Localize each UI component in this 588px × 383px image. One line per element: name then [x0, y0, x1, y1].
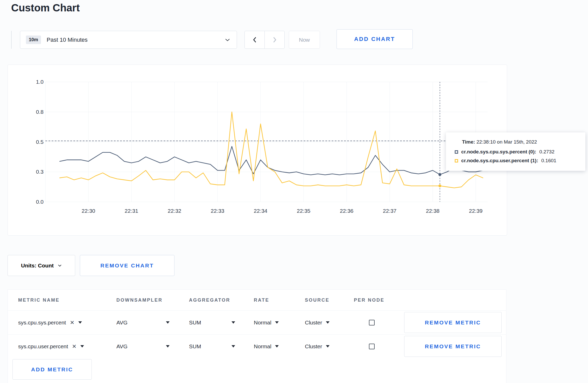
series-user-swatch-icon	[455, 159, 458, 162]
tooltip-series-value: 0.2732	[539, 149, 554, 155]
source-select[interactable]: Cluster	[305, 343, 354, 350]
header-per-node: PER NODE	[354, 297, 404, 303]
page-title: Custom Chart	[11, 2, 80, 14]
caret-down-icon	[166, 345, 170, 347]
time-range-selector[interactable]: 10m Past 10 Minutes	[20, 31, 237, 49]
tooltip-time: Time: 22:38:10 on Mar 15th, 2022	[455, 139, 578, 145]
caret-down-icon	[275, 321, 279, 324]
remove-metric-button[interactable]: REMOVE METRIC	[404, 312, 502, 333]
toolbar-divider	[11, 31, 12, 49]
time-range-label: Past 10 Minutes	[47, 37, 219, 43]
caret-down-icon	[80, 345, 84, 347]
aggregator-select[interactable]: SUM	[189, 343, 235, 350]
aggregator-select[interactable]: SUM	[189, 320, 235, 326]
svg-text:22:36: 22:36	[340, 208, 354, 214]
chart-tooltip: Time: 22:38:10 on Mar 15th, 2022 cr.node…	[446, 132, 585, 171]
downsampler-select[interactable]: AVG	[116, 320, 170, 326]
downsampler-value: AVG	[116, 320, 128, 326]
rate-value: Normal	[254, 343, 271, 350]
remove-metric-button[interactable]: REMOVE METRIC	[404, 336, 502, 357]
svg-text:22:37: 22:37	[383, 208, 397, 214]
caret-down-icon	[326, 321, 330, 324]
previous-time-button[interactable]	[244, 31, 265, 49]
tooltip-series-row: cr.node.sys.cpu.sys.percent (0): 0.2732	[455, 149, 578, 155]
svg-text:22:39: 22:39	[469, 208, 483, 214]
rate-select[interactable]: Normal	[254, 343, 305, 350]
units-select-label: Units: Count	[21, 263, 54, 269]
header-aggregator: AGGREGATOR	[189, 297, 254, 303]
table-row: sys.cpu.sys.percent ✕ AVG SUM Normal Clu…	[8, 310, 506, 334]
clear-metric-icon[interactable]: ✕	[72, 343, 77, 350]
next-time-button[interactable]	[264, 31, 285, 49]
tooltip-series-label: cr.node.sys.cpu.sys.percent (0):	[461, 149, 536, 155]
downsampler-select[interactable]: AVG	[116, 343, 170, 350]
header-rate: RATE	[254, 297, 305, 303]
metric-name-select[interactable]: sys.cpu.sys.percent ✕	[18, 320, 116, 326]
svg-text:0.8: 0.8	[36, 109, 44, 115]
tooltip-time-value: 22:38:10 on Mar 15th, 2022	[477, 139, 537, 145]
svg-text:22:33: 22:33	[211, 208, 225, 214]
metric-name-value: sys.cpu.sys.percent	[18, 320, 66, 326]
svg-text:22:30: 22:30	[82, 208, 95, 214]
remove-chart-button[interactable]: REMOVE CHART	[80, 255, 174, 276]
svg-text:22:35: 22:35	[297, 208, 311, 214]
metric-name-select[interactable]: sys.cpu.user.percent ✕	[18, 343, 116, 350]
chevron-left-icon	[253, 36, 257, 43]
svg-text:1.0: 1.0	[36, 79, 44, 85]
per-node-checkbox[interactable]	[369, 320, 375, 325]
add-metric-button[interactable]: ADD METRIC	[12, 359, 92, 380]
svg-text:22:32: 22:32	[168, 208, 181, 214]
chevron-down-icon	[58, 264, 62, 267]
chevron-down-icon	[225, 38, 230, 41]
header-metric-name: METRIC NAME	[18, 297, 116, 303]
tooltip-time-label: Time:	[462, 139, 475, 145]
series-sys-swatch-icon	[455, 150, 458, 154]
rate-select[interactable]: Normal	[254, 320, 305, 326]
svg-text:22:31: 22:31	[125, 208, 138, 214]
aggregator-value: SUM	[189, 343, 201, 350]
chart-plot[interactable]: 22:3022:3122:3222:3322:3422:3522:3622:37…	[8, 65, 507, 235]
caret-down-icon	[232, 321, 235, 324]
add-chart-button[interactable]: ADD CHART	[337, 29, 413, 49]
svg-text:22:38: 22:38	[426, 208, 440, 214]
downsampler-value: AVG	[116, 343, 128, 350]
source-select[interactable]: Cluster	[305, 320, 354, 326]
caret-down-icon	[326, 345, 330, 347]
svg-text:0.5: 0.5	[36, 139, 44, 145]
units-select[interactable]: Units: Count	[8, 255, 75, 276]
metrics-table-header: METRIC NAME DOWNSAMPLER AGGREGATOR RATE …	[8, 290, 506, 310]
aggregator-value: SUM	[189, 320, 201, 326]
tooltip-series-value: 0.1601	[541, 158, 556, 164]
tooltip-series-label: cr.node.sys.cpu.user.percent (1):	[461, 158, 538, 164]
tooltip-series-row: cr.node.sys.cpu.user.percent (1): 0.1601	[455, 158, 578, 164]
metric-name-value: sys.cpu.user.percent	[18, 343, 68, 350]
now-button[interactable]: Now	[289, 31, 320, 49]
source-value: Cluster	[305, 320, 322, 326]
rate-value: Normal	[254, 320, 271, 326]
caret-down-icon	[78, 321, 82, 324]
source-value: Cluster	[305, 343, 322, 350]
header-source: SOURCE	[305, 297, 354, 303]
header-downsampler: DOWNSAMPLER	[116, 297, 189, 303]
caret-down-icon	[232, 345, 235, 347]
time-nav-group	[244, 31, 285, 49]
caret-down-icon	[275, 345, 279, 347]
svg-text:0.0: 0.0	[36, 199, 44, 205]
chart-card: 22:3022:3122:3222:3322:3422:3522:3622:37…	[8, 65, 507, 236]
clear-metric-icon[interactable]: ✕	[70, 320, 74, 326]
per-node-checkbox[interactable]	[369, 344, 375, 349]
time-range-badge: 10m	[26, 36, 41, 44]
svg-text:22:34: 22:34	[254, 208, 268, 214]
chevron-right-icon	[272, 36, 277, 43]
table-row: sys.cpu.user.percent ✕ AVG SUM Normal Cl…	[8, 334, 506, 358]
svg-text:0.3: 0.3	[36, 169, 44, 175]
caret-down-icon	[166, 321, 170, 324]
